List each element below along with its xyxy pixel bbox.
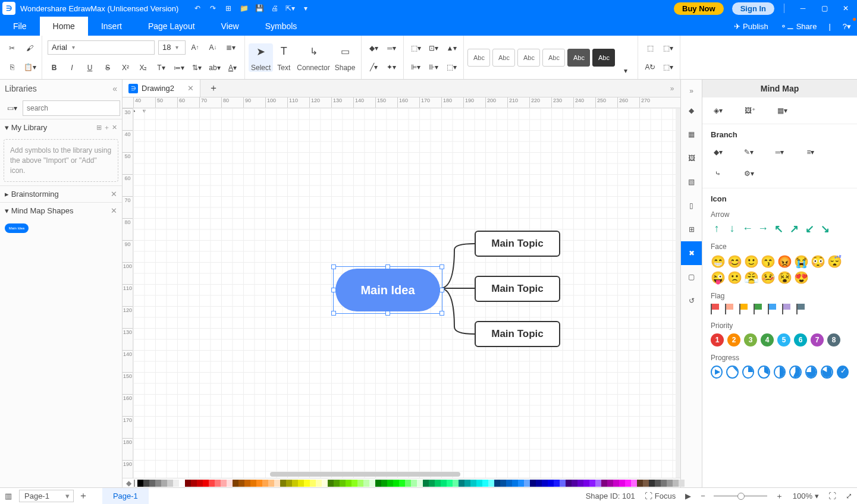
color-swatch[interactable] [268, 480, 274, 487]
tab-insert[interactable]: Insert [88, 17, 135, 36]
zoom-in-button[interactable]: ＋ [771, 488, 788, 504]
text-tool[interactable]: T [275, 43, 292, 60]
color-swatch[interactable] [464, 480, 470, 487]
priority-icon[interactable]: 6 [794, 333, 807, 346]
face-icon[interactable]: 😴 [827, 254, 842, 269]
face-icon[interactable]: 🤒 [761, 270, 776, 285]
color-swatch[interactable] [149, 480, 155, 487]
line-button[interactable]: ╱▾ [365, 59, 382, 75]
color-swatch[interactable] [215, 480, 221, 487]
flag-icon[interactable] [796, 304, 806, 314]
bullets-button[interactable]: ≔▾ [171, 59, 187, 76]
color-swatch[interactable] [357, 480, 363, 487]
face-icon[interactable]: 😭 [794, 254, 809, 269]
color-swatch[interactable] [459, 480, 464, 487]
face-icon[interactable]: 😳 [811, 254, 825, 269]
canvas[interactable]: Main Idea Main Topic Main Topic Main Top… [133, 108, 676, 478]
color-swatch[interactable] [340, 480, 346, 487]
color-swatch[interactable] [613, 480, 619, 487]
rotate-button[interactable]: ▲▾ [443, 40, 460, 56]
help-button[interactable]: ?▾ [837, 17, 857, 36]
select-tool[interactable]: ➤ [253, 43, 269, 60]
arrow-se[interactable]: ↘ [819, 222, 831, 235]
text-case-button[interactable]: T▾ [153, 59, 169, 76]
style-preset-3[interactable]: Abc [517, 49, 540, 67]
fill-dropper-icon[interactable]: ◆ [126, 479, 131, 487]
color-swatch[interactable] [423, 480, 429, 487]
color-swatch[interactable] [221, 480, 227, 487]
collapse-right-icon[interactable]: » [681, 83, 702, 99]
flag-icon[interactable] [754, 304, 763, 314]
page-list-button[interactable]: ▥ [0, 488, 17, 504]
arrow-left[interactable]: ← [742, 222, 754, 235]
color-swatch[interactable] [137, 480, 143, 487]
progress-75[interactable] [805, 366, 817, 379]
color-swatch[interactable] [238, 480, 244, 487]
progress-100[interactable]: ✓ [837, 366, 849, 379]
color-swatch[interactable] [506, 480, 512, 487]
color-swatch[interactable] [643, 480, 649, 487]
font-color-button[interactable]: A▾ [224, 59, 241, 76]
color-swatch[interactable] [536, 480, 542, 487]
add-tab-button[interactable]: ＋ [205, 80, 222, 97]
face-icon[interactable]: 😁 [711, 254, 726, 269]
insert-image-button[interactable]: 🖼⁺ [743, 103, 757, 118]
progress-62[interactable] [789, 366, 801, 379]
size-button[interactable]: ⬚▾ [443, 59, 460, 75]
priority-icon[interactable]: 3 [744, 333, 757, 346]
color-swatch[interactable] [304, 480, 310, 487]
color-swatch[interactable] [673, 480, 679, 487]
arrow-down[interactable]: ↓ [726, 222, 738, 235]
color-swatch[interactable] [530, 480, 536, 487]
color-swatch[interactable] [280, 480, 286, 487]
paragraph-button[interactable]: ≣▾ [222, 39, 239, 56]
color-swatch[interactable] [393, 480, 399, 487]
color-swatch[interactable] [453, 480, 459, 487]
color-swatch[interactable] [500, 480, 506, 487]
position-button[interactable]: ⬚ [642, 40, 658, 56]
color-swatch[interactable] [155, 480, 161, 487]
flag-icon[interactable] [725, 304, 734, 314]
styles-more[interactable]: ▾ [617, 62, 634, 79]
my-library-section[interactable]: ▾ My Library ⊞ ＋ ✕ [0, 119, 122, 136]
mainidea-shape-thumbnail[interactable]: Main Idea [5, 223, 29, 233]
color-swatch[interactable] [197, 480, 203, 487]
color-swatch[interactable] [262, 480, 268, 487]
color-swatch[interactable] [185, 480, 191, 487]
color-swatch[interactable] [346, 480, 351, 487]
mindmap-panel-icon[interactable]: ✖ [681, 241, 702, 265]
new-button[interactable]: ⊞ [222, 2, 234, 14]
color-swatch[interactable] [655, 480, 661, 487]
priority-icon[interactable]: 4 [761, 333, 774, 346]
color-swatch[interactable] [351, 480, 357, 487]
copy-button[interactable]: ⎘ [4, 59, 20, 75]
style-preset-2[interactable]: Abc [492, 49, 515, 67]
layers-panel-icon[interactable]: ▧ [681, 170, 702, 194]
color-swatch[interactable] [601, 480, 607, 487]
tab-view[interactable]: View [208, 17, 252, 36]
color-swatch[interactable] [589, 480, 595, 487]
collapse-left-icon[interactable]: « [112, 84, 117, 93]
italic-button[interactable]: I [64, 59, 80, 76]
color-swatch[interactable] [554, 480, 560, 487]
color-swatch[interactable] [274, 480, 280, 487]
tab-page-layout[interactable]: Page Layout [135, 17, 208, 36]
color-swatch[interactable] [322, 480, 328, 487]
color-swatch[interactable] [607, 480, 613, 487]
play-button[interactable]: ▶ [680, 488, 696, 504]
buy-now-button[interactable]: Buy Now [674, 2, 724, 15]
face-icon[interactable]: 😡 [777, 254, 792, 269]
style-preset-1[interactable]: Abc [467, 49, 490, 67]
color-swatch[interactable] [405, 480, 411, 487]
paste-button[interactable]: 📋▾ [21, 59, 38, 75]
color-swatch[interactable] [667, 480, 673, 487]
branch-fill-button[interactable]: ◆▾ [711, 145, 725, 159]
history-panel-icon[interactable]: ↺ [681, 289, 702, 313]
color-swatch[interactable] [560, 480, 566, 487]
color-swatch[interactable] [334, 480, 340, 487]
increase-font-button[interactable]: A↑ [187, 39, 203, 56]
layout-panel-icon[interactable]: ⊞ [681, 218, 702, 241]
color-swatch[interactable] [566, 480, 572, 487]
maximize-button[interactable]: ▢ [815, 0, 833, 17]
branch-settings-button[interactable]: ⚙▾ [742, 166, 756, 181]
